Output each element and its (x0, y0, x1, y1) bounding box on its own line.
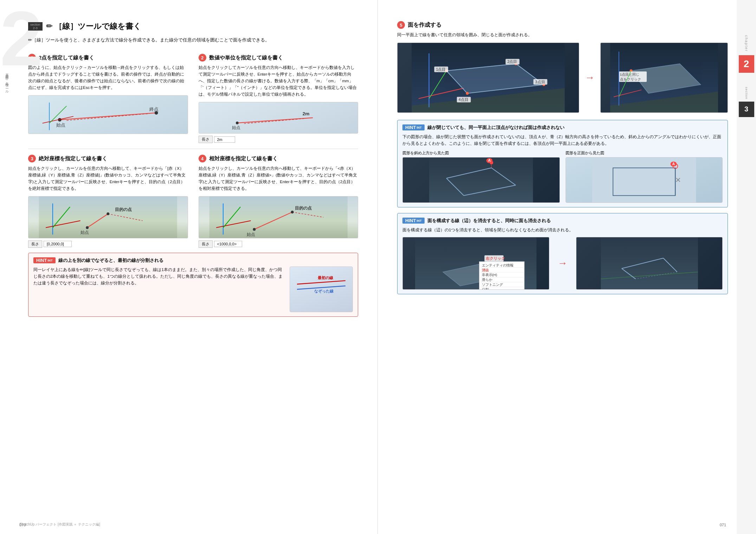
svg-text:最初の線: 最初の線 (318, 276, 334, 280)
section-1-diagram: 始点 終点 (28, 96, 188, 134)
sidebar-section-num: 3 (739, 102, 754, 117)
section-header: section 2-3 ✏ ［線］ツールで線を書く (28, 21, 358, 32)
hint-1-diagram: 最初の線 なぞった線 (290, 266, 353, 312)
section-4-input: 長さ <1000,0,0> (199, 240, 358, 248)
fig-2-image: A ✕ (566, 157, 723, 203)
section-1-body: 図のように、始点をクリック→カーソルを移動→終点をクリックする、もしくは始点から… (28, 64, 188, 91)
svg-rect-24 (209, 197, 347, 238)
hint-header-1: HINT INT 線の上を別の線でなぞると、最初の線が分割される (33, 257, 353, 264)
divider-1 (28, 149, 358, 149)
svg-text:終点: 終点 (149, 107, 159, 112)
section-5: 5 面を作成する 同一平面上で線を書いて任意の領域を囲み、閉じると面が作成される… (397, 21, 728, 113)
section-5-body: 同一平面上で線を書いて任意の領域を囲み、閉じると面が作成される。 (397, 32, 728, 38)
svg-point-11 (236, 122, 239, 124)
length-label-3: 長さ (28, 240, 42, 248)
svg-text:始点: 始点 (232, 125, 240, 130)
hint-3-image-2 (576, 237, 723, 290)
length-value: 2m (214, 136, 235, 143)
svg-point-31 (291, 211, 293, 213)
fig-1-label: 図形を斜め上方から見た図 (402, 150, 560, 156)
section-3-body: 始点をクリックし、カーソルを任意の方向へ移動して、キーボードから「[赤（X）座標… (28, 165, 188, 192)
hint-title-3: 面を構成する線（辺）を消去すると、同時に面も消去される (427, 218, 551, 224)
svg-point-20 (86, 226, 89, 229)
svg-text:2点目: 2点目 (507, 59, 517, 64)
section-4-body: 始点をクリックし、カーソルを任意の方向へ移動して、キーボードから「<赤（X）座標… (199, 165, 358, 192)
section-3-image: 目的の点 始点 (28, 196, 188, 238)
footer-text: SketchUp パーフェクト [作図実践 ＋ テクニック編] (19, 522, 100, 527)
hint-header-3: HINT INT 面を構成する線（辺）を消去すると、同時に面も消去される (402, 218, 723, 224)
svg-text:✕: ✕ (675, 176, 681, 184)
section-2-input: 長さ 2m (199, 136, 358, 143)
section-4-num: 4 (199, 155, 206, 162)
sidebar-section-label: section (745, 87, 748, 99)
section-5-image-1: 1点目 2点目 3点目 4点目 (397, 43, 579, 113)
svg-text:点をクリック: 点をクリック (620, 77, 641, 81)
length-value-4: <1000,0,0> (214, 241, 242, 247)
section-2-image: 始点 2m (199, 102, 358, 134)
svg-line-1 (66, 114, 149, 121)
svg-text:エンティティの情報: エンティティの情報 (482, 263, 513, 267)
hint-3-diagram-1: 右クリック エンティティの情報 消去 非表示(H) 滑らか ソフトニング (402, 237, 549, 290)
hint-title-2: 線が閉じていても、同一平面上に頂点がなければ面は作成されない (427, 124, 564, 131)
svg-text:3点目: 3点目 (535, 80, 545, 84)
section-2-num: 2 (199, 54, 206, 62)
hint-box-2: HINT INT 線が閉じていても、同一平面上に頂点がなければ面は作成されない … (397, 120, 728, 207)
sidebar-chapter-label: chapter (744, 35, 748, 52)
left-page: 2 基本操作と各種ツール section 2-3 ✏ ［線］ツールで線を書く ✏… (0, 0, 378, 534)
svg-text:非表示(H): 非表示(H) (482, 273, 497, 277)
svg-rect-102 (601, 237, 698, 289)
svg-text:分割: 分割 (482, 288, 489, 289)
svg-rect-70 (429, 157, 533, 202)
section-3-title: 3 絶対座標を指定して線を書く (28, 155, 188, 162)
sections-1-2: 1 2点を指定して線を書く 図のように、始点をクリック→カーソルを移動→終点をク… (28, 54, 358, 143)
svg-text:4点目: 4点目 (459, 97, 469, 102)
section-1-title: 1 2点を指定して線を書く (28, 54, 188, 62)
svg-text:2m: 2m (302, 111, 309, 116)
section-2-body: 始点をクリックしてカーソルを任意の方向へ移動し、キーボードから数値を入力して測定… (199, 64, 358, 98)
hint-badge-1: HINT INT (33, 257, 56, 263)
section-1: 1 2点を指定して線を書く 図のように、始点をクリック→カーソルを移動→終点をク… (28, 54, 188, 143)
svg-text:目的の点: 目的の点 (295, 206, 312, 211)
svg-text:始点: 始点 (80, 230, 89, 235)
fig-2-label: 図形を正面から見た図 (566, 150, 723, 156)
hint-box-3: HINT INT 面を構成する線（辺）を消去すると、同時に面も消去される 面を構… (397, 213, 728, 294)
hint-3-content: 右クリック エンティティの情報 消去 非表示(H) 滑らか ソフトニング (402, 237, 723, 290)
sections-3-4: 3 絶対座標を指定して線を書く 始点をクリックし、カーソルを任意の方向へ移動して… (28, 155, 358, 248)
sidebar-chapter-num: 2 (739, 55, 754, 73)
hint-box-1: HINT INT 線の上を別の線でなぞると、最初の線が分割される 同一レイヤ上に… (28, 253, 358, 317)
svg-text:A: A (672, 162, 675, 166)
section-2-diagram: 始点 2m (199, 102, 358, 133)
hint-2-fig-1: 図形を斜め上方から見た図 A (402, 150, 560, 203)
section-5-title: 5 面を作成する (397, 21, 728, 29)
svg-text:ソフトニング: ソフトニング (482, 283, 503, 287)
section-2-title: 2 数値や単位を指定して線を書く (199, 54, 358, 62)
section-1-image: 始点 終点 (28, 95, 188, 134)
svg-text:なぞった線: なぞった線 (314, 289, 334, 293)
hint-1-text: 同一レイヤ上にある線を✏[線]ツールで同じ長さでなぞっても、線は1本のままだ。ま… (33, 266, 284, 312)
hint-3-body: 面を構成する線（辺）の1つを消去すると、領域を閉じられなくなるため面が消去される… (402, 227, 723, 233)
svg-line-8 (49, 106, 66, 123)
hint-1-content: 同一レイヤ上にある線を✏[線]ツールで同じ長さでなぞっても、線は1本のままだ。ま… (33, 266, 353, 312)
line-tool-icon: ✏ (46, 22, 52, 31)
section-5-image-2: 1点目と同じ 点をクリック (600, 43, 728, 113)
svg-line-34 (297, 281, 345, 284)
page-num-right: 071 (720, 523, 726, 527)
section-4-diagram: 始点 目的の点 (199, 197, 358, 238)
svg-point-21 (106, 212, 109, 215)
svg-text:目的の点: 目的の点 (115, 207, 132, 212)
svg-text:滑らか: 滑らか (482, 278, 492, 282)
svg-point-51 (466, 92, 469, 95)
svg-line-10 (244, 118, 306, 124)
hint-3-diagram-2 (576, 237, 723, 290)
hint-3-image-1: 右クリック エンティティの情報 消去 非表示(H) 滑らか ソフトニング (402, 237, 549, 290)
svg-rect-14 (39, 197, 177, 238)
arrow-right-1: → (582, 72, 597, 83)
section-3-input: 長さ [0,2000,0] (28, 240, 188, 248)
svg-text:右クリック: 右クリック (485, 256, 505, 260)
hint-2-figures: 図形を斜め上方から見た図 A (402, 150, 723, 203)
length-value-3: [0,2000,0] (44, 241, 72, 247)
hint-title-1: 線の上を別の線でなぞると、最初の線が分割される (58, 257, 163, 264)
right-page: 5 面を作成する 同一平面上で線を書いて任意の領域を囲み、閉じると面が作成される… (378, 0, 756, 534)
hint-1-image: 最初の線 なぞった線 (290, 266, 353, 312)
section-3-diagram: 目的の点 始点 (28, 197, 188, 238)
